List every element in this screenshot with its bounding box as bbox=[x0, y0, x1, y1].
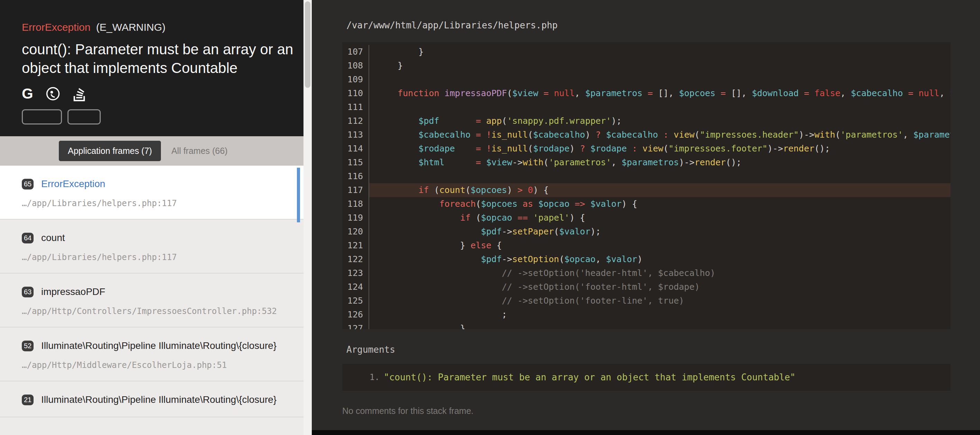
code-line: 122 $pdf->setOption($opcao, $valor) bbox=[342, 252, 951, 266]
header-action-button[interactable] bbox=[22, 109, 62, 124]
whoops-error-page: { "colors": { "error_red": "#e4564c", "a… bbox=[0, 0, 980, 435]
frame-name: Illuminate\Routing\Pipeline Illuminate\R… bbox=[41, 393, 277, 406]
code-text: } bbox=[369, 45, 951, 59]
frame-head: 64count bbox=[22, 231, 290, 244]
code-line: 117 if (count($opcoes) > 0) { bbox=[342, 183, 951, 197]
code-text: } bbox=[369, 59, 951, 73]
code-line: 125 // ->setOption('footer-line', true) bbox=[342, 294, 951, 308]
code-text: $pdf = app('snappy.pdf.wrapper'); bbox=[369, 114, 951, 128]
code-text: ; bbox=[369, 308, 951, 322]
code-line: 126 ; bbox=[342, 308, 951, 322]
arguments-list: 1."count(): Parameter must be an array o… bbox=[342, 364, 951, 391]
frame-head: 65ErrorException bbox=[22, 178, 290, 191]
file-path: /var/www/html/app/Libraries/helpers.php bbox=[347, 20, 980, 30]
frame-head: 21Illuminate\Routing\Pipeline Illuminate… bbox=[22, 393, 290, 406]
line-number: 120 bbox=[342, 225, 369, 238]
code-line: 116 bbox=[342, 170, 951, 183]
exception-message: count(): Parameter must be an array or a… bbox=[22, 40, 296, 78]
stackoverflow-search-icon[interactable] bbox=[73, 86, 86, 101]
code-text bbox=[369, 73, 951, 86]
page-scrollbar[interactable] bbox=[304, 0, 312, 435]
code-text: // ->setOption('footer-html', $rodape) bbox=[369, 280, 951, 294]
left-panel: ErrorException (E_WARNING) count(): Para… bbox=[0, 0, 304, 435]
frame-number-badge: 65 bbox=[22, 179, 33, 189]
frames-list: 65ErrorException…/app/Libraries/helpers.… bbox=[0, 166, 304, 435]
frame-path: …/app/Http/Middleware/EscolherLoja.php:5… bbox=[22, 360, 290, 370]
stack-frame[interactable]: 21Illuminate\Routing\Pipeline Illuminate… bbox=[0, 381, 304, 418]
line-number: 119 bbox=[342, 211, 369, 225]
code-line: 115 $html = $view->with('parametros', $p… bbox=[342, 156, 951, 170]
code-line: 110function impressaoPDF($view = null, $… bbox=[342, 86, 951, 100]
line-number: 124 bbox=[342, 280, 369, 294]
exception-class: ErrorException bbox=[22, 21, 90, 33]
code-text: if (count($opcoes) > 0) { bbox=[369, 183, 951, 197]
frames-scrollbar-thumb[interactable] bbox=[297, 168, 300, 222]
frame-name: Illuminate\Routing\Pipeline Illuminate\R… bbox=[41, 339, 277, 352]
line-number: 115 bbox=[342, 156, 369, 170]
line-number: 113 bbox=[342, 128, 369, 142]
line-number: 126 bbox=[342, 308, 369, 322]
line-number: 125 bbox=[342, 294, 369, 308]
frame-name: impressaoPDF bbox=[41, 285, 105, 298]
code-line: 114 $rodape = !is_null($rodape) ? $rodap… bbox=[342, 142, 951, 156]
code-text: function impressaoPDF($view = null, $par… bbox=[369, 86, 951, 100]
code-text: $pdf->setPaper($valor); bbox=[369, 225, 951, 238]
frame-head: 63impressaoPDF bbox=[22, 285, 290, 298]
frames-tab-bar: Application frames (7) All frames (66) bbox=[0, 136, 304, 166]
stack-frame[interactable]: 63impressaoPDF…/app/Http/Controllers/Imp… bbox=[0, 273, 304, 327]
line-number: 107 bbox=[342, 45, 369, 59]
arguments-title: Arguments bbox=[347, 345, 980, 355]
code-text: // ->setOption('footer-line', true) bbox=[369, 294, 951, 308]
line-number: 109 bbox=[342, 73, 369, 86]
code-line: 121 } else { bbox=[342, 238, 951, 252]
exception-severity: (E_WARNING) bbox=[96, 21, 166, 33]
line-number: 117 bbox=[342, 183, 369, 197]
argument-index: 1. bbox=[342, 370, 384, 384]
frame-path: …/app/Http/Controllers/ImpressoesControl… bbox=[22, 306, 290, 316]
stack-frame[interactable]: 52Illuminate\Routing\Pipeline Illuminate… bbox=[0, 327, 304, 381]
line-number: 122 bbox=[342, 252, 369, 266]
stack-frame[interactable]: 65ErrorException…/app/Libraries/helpers.… bbox=[0, 166, 304, 219]
code-text: if ($opcao == 'papel') { bbox=[369, 211, 951, 225]
google-search-icon[interactable]: G bbox=[22, 86, 33, 101]
app-root: ErrorException (E_WARNING) count(): Para… bbox=[0, 0, 980, 435]
argument-item: 1."count(): Parameter must be an array o… bbox=[342, 370, 951, 384]
code-text: $html = $view->with('parametros', $param… bbox=[369, 156, 951, 170]
header-actions-row bbox=[22, 109, 291, 124]
frame-name: ErrorException bbox=[41, 178, 105, 191]
stack-frame[interactable]: 64count…/app/Libraries/helpers.php:117 bbox=[0, 219, 304, 273]
header-action-button[interactable] bbox=[67, 109, 101, 124]
frame-details-panel: /var/www/html/app/Libraries/helpers.php … bbox=[312, 0, 980, 435]
line-number: 118 bbox=[342, 197, 369, 211]
comments-placeholder: No comments for this stack frame. bbox=[342, 406, 980, 416]
page-scrollbar-thumb[interactable] bbox=[305, 2, 310, 88]
tab-application-frames[interactable]: Application frames (7) bbox=[59, 141, 161, 161]
frame-name: count bbox=[41, 231, 65, 244]
code-container[interactable]: 107 }108}109110function impressaoPDF($vi… bbox=[342, 42, 951, 329]
line-number: 111 bbox=[342, 100, 369, 114]
argument-value: "count(): Parameter must be an array or … bbox=[384, 370, 795, 384]
line-number: 123 bbox=[342, 266, 369, 280]
code-text: $rodape = !is_null($rodape) ? $rodape : … bbox=[369, 142, 951, 156]
code-line: 109 bbox=[342, 73, 951, 86]
code-line: 108} bbox=[342, 59, 951, 73]
line-number: 110 bbox=[342, 86, 369, 100]
code-text: } bbox=[369, 322, 951, 329]
code-line: 120 $pdf->setPaper($valor); bbox=[342, 225, 951, 238]
code-text bbox=[369, 170, 951, 183]
line-number: 112 bbox=[342, 114, 369, 128]
exception-header: ErrorException (E_WARNING) count(): Para… bbox=[0, 0, 304, 136]
tab-all-frames[interactable]: All frames (66) bbox=[171, 146, 228, 156]
line-number: 116 bbox=[342, 170, 369, 183]
duckduckgo-search-icon[interactable] bbox=[46, 86, 60, 101]
code-line: 124 // ->setOption('footer-html', $rodap… bbox=[342, 280, 951, 294]
frame-number-badge: 63 bbox=[22, 287, 33, 297]
code-text: // ->setOption('header-html', $cabecalho… bbox=[369, 266, 951, 280]
code-text: $cabecalho = !is_null($cabecalho) ? $cab… bbox=[369, 128, 951, 142]
line-number: 114 bbox=[342, 142, 369, 156]
code-line: 127 } bbox=[342, 322, 951, 329]
code-line: 113 $cabecalho = !is_null($cabecalho) ? … bbox=[342, 128, 951, 142]
code-line: 119 if ($opcao == 'papel') { bbox=[342, 211, 951, 225]
code-text: $pdf->setOption($opcao, $valor) bbox=[369, 252, 951, 266]
frame-path: …/app/Libraries/helpers.php:117 bbox=[22, 252, 290, 262]
